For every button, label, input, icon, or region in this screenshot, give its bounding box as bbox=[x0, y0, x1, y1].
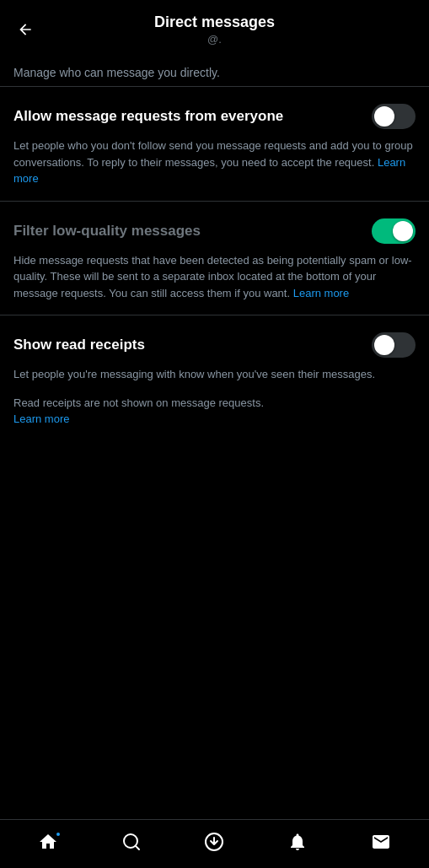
setting-label-receipts: Show read receipts bbox=[13, 337, 372, 353]
setting-filter-low-quality: Filter low-quality messages Hide message… bbox=[0, 202, 429, 316]
toggle-receipts[interactable] bbox=[372, 332, 416, 358]
nav-item-search[interactable] bbox=[113, 826, 150, 863]
home-notification-dot bbox=[55, 831, 62, 838]
toggle-filter[interactable] bbox=[372, 218, 416, 244]
setting-desc-receipts-extra: Read receipts are not shown on message r… bbox=[13, 395, 416, 428]
header: Direct messages @. bbox=[0, 0, 429, 52]
nav-item-notifications[interactable] bbox=[279, 826, 316, 863]
mail-icon bbox=[371, 832, 391, 857]
setting-desc-receipts: Let people you're messaging with know wh… bbox=[13, 366, 416, 383]
bell-icon bbox=[287, 832, 308, 857]
setting-desc-filter: Hide message requests that have been det… bbox=[13, 252, 416, 302]
setting-allow-message-requests: Allow message requests from everyone Let… bbox=[0, 87, 429, 202]
header-title-block: Direct messages @. bbox=[154, 13, 275, 46]
setting-row-receipts: Show read receipts bbox=[13, 332, 416, 358]
spaces-icon bbox=[204, 832, 224, 857]
nav-item-home[interactable] bbox=[29, 826, 67, 863]
toggle-allow-messages[interactable] bbox=[372, 104, 416, 129]
setting-row-allow-messages: Allow message requests from everyone bbox=[13, 104, 416, 129]
setting-row-filter: Filter low-quality messages bbox=[13, 218, 416, 244]
setting-label-allow-messages: Allow message requests from everyone bbox=[13, 108, 372, 125]
header-subtitle: @. bbox=[154, 33, 275, 46]
nav-item-spaces[interactable] bbox=[196, 826, 233, 863]
back-button[interactable] bbox=[13, 18, 37, 41]
toggle-thumb-allow-messages bbox=[374, 106, 394, 127]
svg-line-1 bbox=[136, 845, 139, 849]
page-description: Manage who can message you directly. bbox=[0, 52, 429, 87]
search-icon bbox=[121, 832, 142, 857]
setting-desc-allow-messages: Let people who you don't follow send you… bbox=[13, 137, 416, 187]
page-title: Direct messages bbox=[154, 13, 275, 31]
bottom-nav bbox=[0, 819, 429, 868]
setting-label-filter: Filter low-quality messages bbox=[13, 223, 372, 240]
learn-more-receipts[interactable]: Learn more bbox=[13, 412, 69, 425]
nav-item-messages[interactable] bbox=[362, 826, 400, 863]
learn-more-filter[interactable]: Learn more bbox=[293, 287, 349, 299]
toggle-thumb-filter bbox=[393, 221, 413, 241]
toggle-thumb-receipts bbox=[374, 335, 394, 355]
setting-read-receipts: Show read receipts Let people you're mes… bbox=[0, 315, 429, 441]
